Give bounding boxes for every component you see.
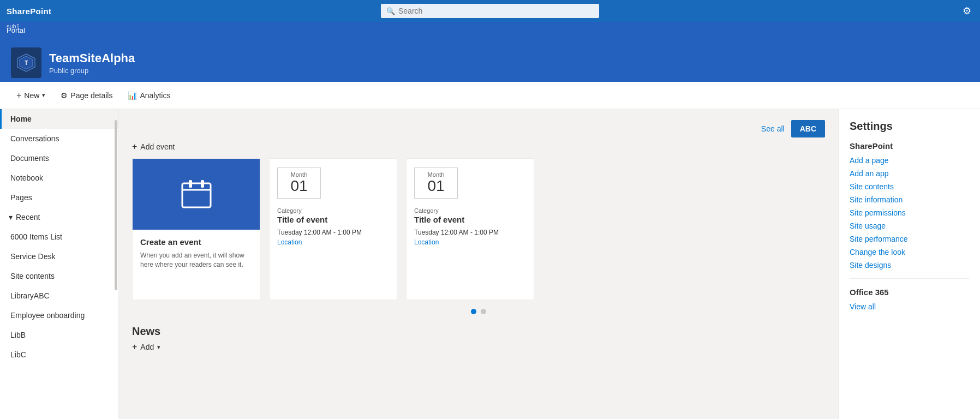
- settings-title: Settings: [850, 120, 969, 133]
- sidebar-item-conversations[interactable]: Conversations: [0, 129, 118, 148]
- event-category-2: Category: [407, 207, 534, 214]
- settings-link-change-look[interactable]: Change the look: [850, 248, 969, 256]
- topbar: SharePoint 🔍 ⚙: [0, 0, 980, 22]
- news-section: News + Add ▾: [132, 325, 825, 352]
- event-card-1[interactable]: Month 01 Category Title of event Tuesday…: [269, 158, 397, 300]
- create-event-desc: When you add an event, it will show here…: [140, 251, 252, 270]
- search-icon: 🔍: [386, 7, 395, 15]
- events-header: See all ABC: [132, 120, 825, 137]
- layout: Home Conversations Documents Notebook Pa…: [0, 109, 980, 419]
- settings-link-site-information[interactable]: Site information: [850, 195, 969, 204]
- office365-section: Office 365 View all: [850, 288, 969, 311]
- sidebar-item-libb[interactable]: LibB: [0, 325, 118, 345]
- analytics-button[interactable]: 📊 Analytics: [122, 88, 176, 103]
- event-location-2: Location: [407, 237, 534, 254]
- sidebar-scrollbar[interactable]: [115, 120, 117, 290]
- create-event-body: Create an event When you add an event, i…: [133, 230, 260, 277]
- svg-text:T: T: [25, 60, 28, 66]
- see-all-link[interactable]: See all: [761, 124, 785, 133]
- chevron-down-icon: ▾: [42, 92, 45, 99]
- sidebar-recent-section[interactable]: ▾ Recent: [0, 207, 118, 227]
- sub1-label: sub1: [7, 23, 20, 29]
- event-time-1: Tuesday 12:00 AM - 1:00 PM: [270, 228, 397, 237]
- plus-icon: +: [132, 142, 137, 152]
- add-event-row[interactable]: + Add event: [132, 142, 825, 152]
- event-card-hero: [133, 159, 260, 230]
- chevron-down-icon: ▾: [9, 213, 13, 222]
- sidebar-item-documents[interactable]: Documents: [0, 148, 118, 168]
- settings-link-site-designs[interactable]: Site designs: [850, 261, 969, 270]
- abc-button[interactable]: ABC: [791, 120, 825, 137]
- page-details-button[interactable]: ⚙ Page details: [55, 88, 118, 103]
- page-details-icon: ⚙: [61, 91, 68, 100]
- event-category-1: Category: [270, 207, 397, 214]
- sidebar-item-employee-onboarding[interactable]: Employee onboarding: [0, 306, 118, 325]
- event-title-2: Title of event: [407, 214, 534, 228]
- analytics-label: Analytics: [140, 91, 170, 100]
- settings-divider: [850, 278, 969, 279]
- plus-icon: +: [132, 342, 137, 352]
- event-day-2: 01: [420, 178, 452, 195]
- analytics-icon: 📊: [128, 91, 137, 100]
- site-header: sub1 T TeamSiteAlpha Public group: [0, 38, 980, 82]
- sidebar-item-6000-items-list[interactable]: 6000 Items List: [0, 227, 118, 247]
- event-time-2: Tuesday 12:00 AM - 1:00 PM: [407, 228, 534, 237]
- event-location-1: Location: [270, 237, 397, 254]
- gear-icon[interactable]: ⚙: [963, 5, 971, 17]
- site-title: TeamSiteAlpha: [49, 51, 135, 65]
- plus-icon: +: [16, 91, 21, 100]
- settings-link-add-app[interactable]: Add an app: [850, 169, 969, 178]
- svg-rect-5: [189, 180, 192, 188]
- new-label: New: [24, 91, 39, 100]
- create-event-card[interactable]: Create an event When you add an event, i…: [132, 158, 260, 300]
- sidebar-item-library-abc[interactable]: LibraryABC: [0, 286, 118, 306]
- event-date-box-2: Month 01: [414, 167, 458, 199]
- sidebar-item-libc[interactable]: LibC: [0, 345, 118, 364]
- event-date-box-1: Month 01: [277, 167, 321, 199]
- settings-sharepoint-section: SharePoint: [850, 141, 969, 151]
- settings-link-add-page[interactable]: Add a page: [850, 156, 969, 165]
- calendar-icon: [180, 179, 213, 210]
- event-day-1: 01: [283, 178, 315, 195]
- recent-label: Recent: [16, 213, 40, 222]
- site-info: TeamSiteAlpha Public group: [49, 51, 135, 75]
- sharepoint-logo: SharePoint: [7, 7, 51, 16]
- office365-title: Office 365: [850, 288, 969, 297]
- settings-link-site-performance[interactable]: Site performance: [850, 235, 969, 243]
- settings-link-site-permissions[interactable]: Site permissions: [850, 208, 969, 217]
- settings-panel: Settings SharePoint Add a page Add an ap…: [838, 109, 980, 419]
- sidebar: Home Conversations Documents Notebook Pa…: [0, 109, 119, 419]
- svg-rect-3: [182, 183, 211, 207]
- settings-link-view-all[interactable]: View all: [850, 302, 969, 311]
- subnav: Portal: [0, 22, 980, 38]
- new-button[interactable]: + New ▾: [11, 88, 51, 103]
- news-title: News: [132, 325, 825, 338]
- page-details-label: Page details: [70, 91, 112, 100]
- chevron-down-icon: ▾: [157, 344, 160, 351]
- news-add-label: Add: [140, 343, 154, 351]
- event-title-1: Title of event: [270, 214, 397, 228]
- sidebar-item-service-desk[interactable]: Service Desk: [0, 247, 118, 266]
- svg-rect-6: [201, 180, 204, 188]
- site-subtitle: Public group: [49, 67, 135, 75]
- main-content: See all ABC + Add event: [119, 109, 838, 419]
- dot-1[interactable]: [471, 309, 476, 314]
- create-event-title: Create an event: [140, 237, 252, 247]
- event-card-2[interactable]: Month 01 Category Title of event Tuesday…: [406, 158, 534, 300]
- carousel-dots: [132, 309, 825, 314]
- commandbar: + New ▾ ⚙ Page details 📊 Analytics: [0, 82, 980, 109]
- sidebar-item-site-contents[interactable]: Site contents: [0, 266, 118, 286]
- settings-link-site-usage[interactable]: Site usage: [850, 222, 969, 230]
- add-event-label: Add event: [140, 142, 175, 151]
- events-grid: Create an event When you add an event, i…: [132, 158, 825, 300]
- sidebar-item-pages[interactable]: Pages: [0, 188, 118, 207]
- sidebar-item-home[interactable]: Home: [0, 109, 118, 129]
- settings-link-site-contents[interactable]: Site contents: [850, 182, 969, 191]
- sidebar-item-notebook[interactable]: Notebook: [0, 168, 118, 188]
- search-input[interactable]: [381, 4, 599, 18]
- news-add-row[interactable]: + Add ▾: [132, 342, 825, 352]
- search-wrapper: 🔍: [381, 4, 599, 18]
- dot-2[interactable]: [481, 309, 486, 314]
- site-logo: T: [11, 47, 41, 78]
